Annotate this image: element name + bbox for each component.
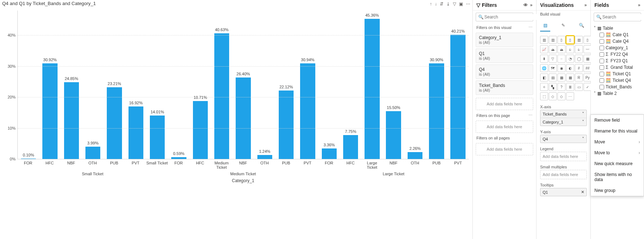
filters-all-drop[interactable]: Add data fields here [476, 143, 533, 155]
viz-type-metrics[interactable]: ⬚ [540, 92, 548, 100]
tooltips-well[interactable]: Q1✕ [540, 188, 587, 196]
field-node[interactable]: FY22 Q4 [593, 51, 642, 58]
viz-type-line-stacked-column[interactable]: ⫝ [566, 45, 574, 53]
viz-type-line-clustered-column[interactable]: ⫝ [575, 45, 583, 53]
field-node[interactable]: Category_1 [593, 45, 642, 51]
bar[interactable]: 1.24% [257, 155, 273, 159]
viz-type-arcgis[interactable]: ◇ [549, 92, 557, 100]
drill-down-icon[interactable]: ↓ [435, 1, 437, 7]
filter-card[interactable]: Q1is (All) [476, 49, 533, 63]
viz-type-stacked-bar-100[interactable]: ▥ [575, 36, 583, 44]
bar[interactable]: 22.12% [279, 91, 294, 159]
viz-type-pbiviz[interactable]: ◇ [557, 92, 565, 100]
viz-type-qna[interactable]: ? [557, 83, 565, 91]
build-visual-icon[interactable]: ▤ [540, 20, 550, 32]
bar[interactable]: 23.21% [107, 87, 122, 159]
filter-card[interactable]: Ticket_Bandsis (All) [476, 80, 533, 95]
field-checkbox[interactable] [599, 85, 604, 89]
viz-type-scatter[interactable]: ·· [557, 55, 565, 63]
filters-page-drop[interactable]: Add data fields here [476, 121, 533, 133]
viz-type-filled-map[interactable]: 🗺 [549, 64, 557, 72]
filters-visual-drop[interactable]: Add data fields here [476, 98, 533, 110]
bar[interactable]: 7.75% [343, 135, 358, 159]
field-checkbox[interactable] [599, 46, 604, 50]
bar[interactable]: 24.85% [64, 82, 79, 159]
viz-type-r[interactable]: R [575, 74, 583, 81]
bar[interactable]: 18.71% [193, 101, 208, 159]
fields-search[interactable]: 🔍 [594, 13, 641, 21]
viz-type-line[interactable]: 📈 [540, 45, 548, 53]
viz-type-ribbon[interactable]: 〰 [584, 45, 592, 53]
viz-type-py[interactable]: Py [584, 74, 592, 81]
table-node[interactable]: ˅▦Table [593, 25, 642, 32]
fields-search-input[interactable] [602, 14, 644, 20]
chevron-down-icon[interactable]: ✕ [581, 190, 584, 194]
viz-type-pie[interactable]: ◔ [566, 55, 574, 63]
drill-next-icon[interactable]: ⤓ [446, 1, 450, 7]
context-menu-item[interactable]: Move [591, 137, 644, 147]
viz-type-area[interactable]: ⛰ [549, 45, 557, 53]
well-field[interactable]: Q4˅ [540, 135, 586, 143]
bar[interactable]: 30.94% [300, 63, 315, 159]
viz-type-clustered-column-100[interactable]: ▯ [584, 36, 592, 44]
field-checkbox[interactable] [599, 39, 604, 44]
bar[interactable]: 14.01% [150, 116, 165, 159]
viz-type-stacked-bar[interactable]: ▥ [540, 36, 548, 44]
viz-type-clustered-bar[interactable]: ▥ [549, 36, 557, 44]
bar[interactable]: 16.92% [129, 106, 144, 159]
viz-type-stacked-area[interactable]: ⛰ [557, 45, 565, 53]
bar[interactable]: 2.26% [408, 152, 423, 159]
well-field[interactable]: Category_1˅ [540, 118, 586, 126]
field-checkbox[interactable] [599, 72, 604, 76]
bar[interactable]: 40.63% [214, 33, 230, 159]
chevron-down-icon[interactable]: ˅ [582, 137, 584, 141]
viz-type-paginated[interactable]: ▭ [575, 83, 583, 91]
field-node[interactable]: FY23 Q1 [593, 58, 642, 64]
yaxis-well[interactable]: Q4˅ [540, 135, 587, 143]
chevron-down-icon[interactable]: ˅ [582, 112, 584, 116]
viz-type-more[interactable]: ⋯ [566, 92, 574, 100]
filter-card[interactable]: Category_1is (All) [476, 33, 533, 47]
format-visual-icon[interactable]: ✎ [558, 20, 568, 32]
viz-type-kpi[interactable]: ◧ [540, 74, 548, 81]
field-node[interactable]: 🧮Ticket Q1 [593, 71, 642, 77]
more-options-icon[interactable]: ⋯ [466, 1, 470, 7]
viz-type-scorecard[interactable]: ✓ [584, 83, 592, 91]
field-node[interactable]: 🧮Cate Q1 [593, 32, 642, 38]
viz-type-slicer[interactable]: ▤ [549, 74, 557, 81]
drill-expand-icon[interactable]: ⇵ [440, 1, 443, 7]
viz-type-azure-map[interactable]: ◉ [557, 64, 565, 72]
viz-type-decomposition[interactable]: ▚ [549, 83, 557, 91]
viz-type-key-influencers[interactable]: ✧ [540, 83, 548, 91]
viz-type-card[interactable]: # [575, 64, 583, 72]
table-node[interactable]: ˃▦Table 2 [593, 90, 642, 97]
well-field[interactable]: Q1✕ [540, 188, 586, 196]
bar[interactable]: 3.99% [85, 147, 101, 159]
bar[interactable]: 30.90% [429, 63, 444, 159]
collapse-icon[interactable]: » [530, 3, 533, 8]
context-menu-item[interactable]: Show items with no data [591, 169, 644, 185]
field-checkbox[interactable] [599, 65, 604, 70]
focus-mode-icon[interactable]: ▣ [459, 1, 463, 7]
viz-type-multi-card[interactable]: ## [584, 64, 592, 72]
field-checkbox[interactable] [599, 33, 604, 37]
filter-icon[interactable]: ▽ [453, 1, 456, 7]
viz-type-map[interactable]: 🌐 [540, 64, 548, 72]
viz-type-clustered-column[interactable]: ▯ [566, 36, 574, 44]
viz-type-narrative[interactable]: ≣ [566, 83, 574, 91]
bar[interactable]: 15.50% [386, 111, 401, 159]
xaxis-well[interactable]: Ticket_Bands˅Category_1˅ [540, 110, 587, 126]
drill-up-icon[interactable]: ↑ [430, 1, 432, 7]
field-checkbox[interactable] [599, 52, 604, 57]
bar[interactable]: 26.40% [236, 77, 251, 159]
filter-card[interactable]: Q4is (All) [476, 64, 533, 79]
eye-icon[interactable]: 👁 [523, 3, 528, 8]
field-checkbox[interactable] [599, 78, 604, 83]
collapse-icon[interactable]: » [638, 3, 640, 8]
chevron-down-icon[interactable]: ˅ [582, 120, 584, 124]
legend-well[interactable]: Add data fields here [540, 152, 587, 161]
collapse-icon[interactable]: » [584, 3, 587, 8]
more-icon[interactable]: ⋯ [529, 113, 533, 118]
analytics-icon[interactable]: 🔍 [577, 20, 587, 32]
context-menu-item[interactable]: New quick measure [591, 158, 644, 169]
